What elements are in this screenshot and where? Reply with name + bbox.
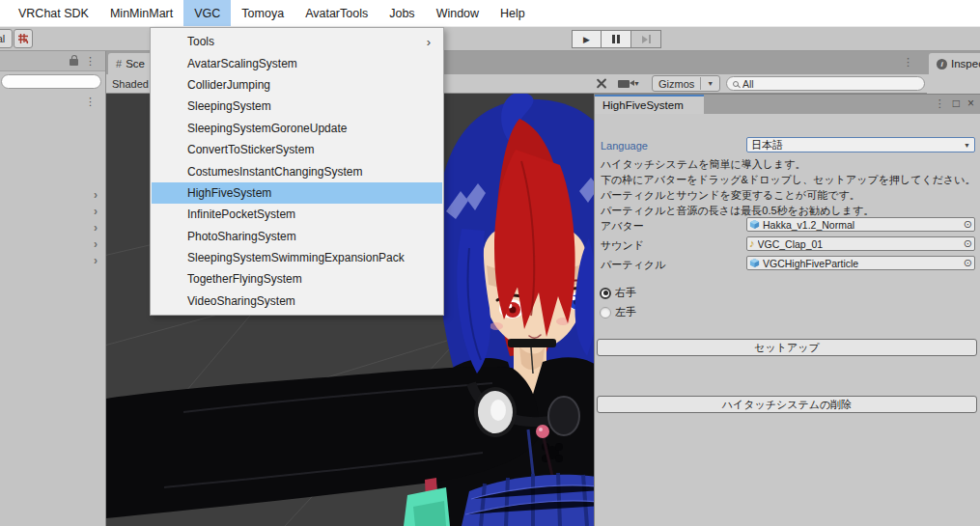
menu-bar: VRChat SDK MinMinMart VGC Tomoya AvatarT… [0,0,980,27]
editor-toolbar: al ▶ [0,27,980,51]
description-text: ハイタッチシステムを簡単に導入します。 下の枠にアバターをドラッグ&ドロップし、… [601,156,976,218]
panel-menu-icon-2[interactable]: ⋮ [85,97,96,107]
menu-item-sleepingsystemswimmingexpansionpack[interactable]: SleepingSystemSwimmingExpansionPack [152,247,442,268]
gizmos-label: Gizmos [658,78,694,90]
sound-field-label: サウンド [601,238,644,253]
menu-minminmart[interactable]: MinMinMart [99,0,183,26]
menu-vrchat-sdk[interactable]: VRChat SDK [8,0,99,26]
scene-tools-button[interactable] [595,75,607,92]
pause-icon [612,35,620,43]
dropdown-arrow-icon: ▼ [633,80,640,87]
particle-field-label: パーティクル [601,258,665,272]
lock-icon[interactable] [70,59,78,66]
menu-window[interactable]: Window [426,0,490,26]
tools-icon [595,77,607,90]
language-dropdown[interactable]: 日本語 ▼ [746,137,975,152]
chevron-right-icon[interactable]: › [94,238,98,250]
right-hand-radio-row: 右手 [600,286,636,300]
left-hand-radio[interactable] [600,307,611,318]
grid-snap-icon [16,32,30,45]
search-icon [733,81,739,87]
camera-icon [618,80,630,88]
left-hand-radio-row: 左手 [600,305,636,319]
inspector-tab-label: Inspec [951,58,980,69]
prefab-cube-icon [749,219,760,230]
scene-grid-icon: # [116,58,122,69]
pause-button[interactable] [602,30,631,48]
particle-object-field[interactable]: VGCHighFiveParticle ⊙ [746,256,975,270]
avatar-field-label: アバター [601,219,644,234]
language-value: 日本語 [751,138,783,152]
chevron-right-icon[interactable]: › [94,189,98,201]
menu-item-colliderjumping[interactable]: ColliderJumping [152,74,442,96]
hierarchy-search-input[interactable] [1,74,101,89]
hierarchy-panel: ⋮ ⋮ › › › › › [0,51,106,526]
dropdown-arrow-icon: ▼ [964,142,970,149]
avatar-object-field[interactable]: Hakka_v1.2_Normal ⊙ [746,217,975,232]
menu-item-sleepingsystemgoroneupdate[interactable]: SleepingSystemGoroneUpdate [152,118,442,139]
step-button[interactable] [631,30,661,48]
play-icon: ▶ [583,35,590,44]
highfive-body: Language 日本語 ▼ ハイタッチシステムを簡単に導入します。 下の枠にア… [595,114,980,526]
highfive-tab-bar: HighFiveSystem ⋮ □ × [595,95,980,114]
menu-tomoya[interactable]: Tomoya [231,0,294,26]
tab-highfivesystem[interactable]: HighFiveSystem [595,95,704,114]
menu-item-tools[interactable]: Tools › [152,31,442,52]
menu-item-converttostickersystem[interactable]: ConvertToStickerSystem [152,139,442,160]
shading-mode-dropdown[interactable]: Shaded [108,75,154,92]
shading-mode-label: Shaded [112,78,149,90]
audio-clip-icon: ♪ [749,238,755,249]
pivot-toggle-button[interactable]: al [0,29,13,48]
menu-vgc[interactable]: VGC [183,0,231,26]
menu-item-sleepingsystem[interactable]: SleepingSystem [152,96,442,117]
object-picker-icon[interactable]: ⊙ [964,258,972,268]
sound-object-field[interactable]: ♪ VGC_Clap_01 ⊙ [746,236,975,251]
right-hand-radio[interactable] [600,288,611,299]
menu-item-highfivesystem[interactable]: HighFiveSystem [152,182,442,204]
inspector-tab-bar: i Inspec [927,51,980,74]
menu-jobs[interactable]: Jobs [378,0,425,26]
menu-item-infinitepocketsystem[interactable]: InfinitePocketSystem [152,204,442,225]
highfive-system-window: HighFiveSystem ⋮ □ × Language 日本語 ▼ ハイタッ… [594,94,980,526]
hierarchy-fold-chevrons: › › › › › [94,189,98,266]
maximize-icon[interactable]: □ [953,97,960,110]
right-hand-label: 右手 [615,286,636,300]
chevron-right-icon[interactable]: › [94,255,98,266]
info-icon: i [937,59,947,69]
panel-menu-icon[interactable]: ⋮ [85,56,96,67]
menu-item-avatarscalingsystem[interactable]: AvatarScalingSystem [152,52,442,73]
step-icon [642,35,651,43]
gizmos-dropdown[interactable]: Gizmos ▼ [652,75,720,92]
scene-tab-label: Sce [126,58,145,69]
chevron-right-icon[interactable]: › [94,222,98,234]
object-picker-icon[interactable]: ⊙ [964,238,972,249]
left-hand-label: 左手 [615,305,636,319]
scene-search-field[interactable] [726,76,925,91]
menu-avatartools[interactable]: AvatarTools [294,0,378,26]
scene-panel-menu-icon[interactable]: ⋮ [903,57,913,68]
menu-item-label: Tools [187,35,214,48]
avatar-field-value: Hakka_v1.2_Normal [763,219,961,231]
menu-item-videosharingsystem[interactable]: VideoSharingSystem [152,291,442,312]
object-picker-icon[interactable]: ⊙ [964,219,972,230]
close-icon[interactable]: × [967,97,974,110]
menu-help[interactable]: Help [490,0,536,26]
grid-snap-button[interactable] [14,29,33,48]
play-button[interactable]: ▶ [572,30,602,48]
window-controls: ⋮ □ × [935,97,974,110]
particle-field-value: VGCHighFiveParticle [763,258,961,269]
delete-system-button[interactable]: ハイタッチシステムの削除 [597,396,977,413]
setup-button[interactable]: セットアップ [597,339,977,356]
tab-inspector[interactable]: i Inspec [929,53,980,74]
menu-item-togetherflyingsystem[interactable]: TogetherFlyingSystem [152,268,442,290]
dropdown-arrow-icon: ▼ [707,80,714,87]
window-menu-icon[interactable]: ⋮ [935,98,945,109]
language-label: Language [601,140,648,152]
unity-editor-window: VRChat SDK MinMinMart VGC Tomoya AvatarT… [0,0,980,526]
chevron-right-icon[interactable]: › [94,206,98,217]
scene-search-input[interactable] [742,78,897,90]
menu-item-costumesinstantchangingsystem[interactable]: CostumesInstantChangingSystem [152,160,442,181]
prefab-cube-icon [749,258,760,268]
scene-camera-dropdown[interactable]: ▼ [618,75,640,92]
menu-item-photosharingsystem[interactable]: PhotoSharingSystem [152,226,442,247]
